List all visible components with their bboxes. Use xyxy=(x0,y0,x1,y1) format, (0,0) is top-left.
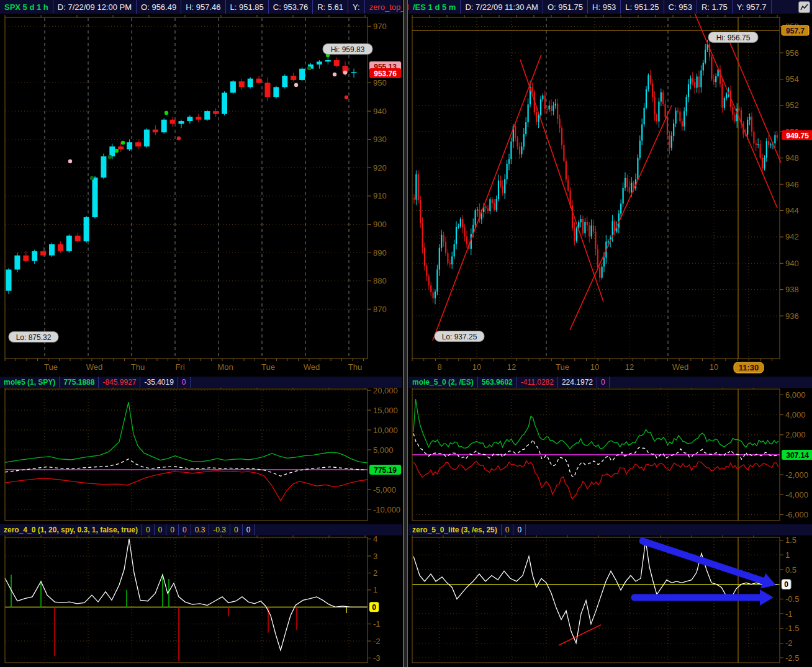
study-value: 224.1972 xyxy=(558,377,597,388)
mole5-y-tick-label: 10,000 xyxy=(373,426,398,435)
mole5-study-header: mole5 (1, SPY)775.1888-845.9927-35.40190 xyxy=(0,377,402,388)
mole5_es-y-tick-label: -4,000 xyxy=(785,490,808,499)
spx-x-tick-label: Mon xyxy=(217,362,233,372)
readout-close: C: 953.76 xyxy=(269,0,313,14)
svg-text:775.19: 775.19 xyxy=(374,466,397,475)
zero5-y-tick-label: -0.5 xyxy=(785,594,799,604)
svg-text:953.76: 953.76 xyxy=(374,69,397,78)
es-x-tick-label: 11:30 xyxy=(739,363,759,372)
study-mole5-es[interactable]: mole_5_0 (2, /ES) xyxy=(408,377,478,388)
zero4-y-tick-label: -3 xyxy=(373,653,381,663)
header-spacer xyxy=(526,524,812,535)
mole5-axis-badge: 775.19 xyxy=(369,465,401,475)
zero4-study-header: zero_4_0 (1, 20, spy, 0.3, 1, false, tru… xyxy=(0,524,402,535)
mole5-axis: 20,00015,00010,0005,000-5,000-10,000 xyxy=(5,386,400,521)
readout-y: Y: 957.7 xyxy=(733,0,772,14)
mole5_es-y-tick-label: 6,000 xyxy=(785,390,806,400)
panel-splitter[interactable] xyxy=(403,0,408,667)
study-value: -35.4019 xyxy=(140,377,178,388)
svg-text:0: 0 xyxy=(784,580,788,589)
zero5-y-tick-label: 0.5 xyxy=(785,565,796,575)
spx-y-tick-label: 890 xyxy=(373,248,387,257)
study-value: 0 xyxy=(513,524,526,535)
spx-axis: 970950940930920910900890880870TueWedThuF… xyxy=(5,15,387,372)
mole5_es-plot-area[interactable] xyxy=(412,389,780,521)
mole5_es-y-tick-label: 2,000 xyxy=(785,430,806,439)
es-plot-area[interactable] xyxy=(412,17,780,359)
study-value: -845.9927 xyxy=(99,377,140,388)
mole5_es-y-tick-label: -2,000 xyxy=(785,470,808,480)
spx-x-tick-label: Tue xyxy=(44,362,58,372)
es-y-tick-label: 946 xyxy=(785,180,799,189)
es-x-tick-label: 10 xyxy=(590,362,599,372)
zero5-lite-study-header: zero_5_0_lite (3, /es, 25)00 xyxy=(408,524,812,535)
mole5-plot-area[interactable] xyxy=(5,389,368,521)
es-x-tick-label: 10 xyxy=(710,362,718,372)
es-x-tick-label: 12 xyxy=(625,362,634,372)
zero4-plot-area[interactable] xyxy=(5,537,368,663)
readout-range: R: 1.75 xyxy=(697,0,733,14)
mole5-y-tick-label: -10,000 xyxy=(373,505,400,514)
readout-low: L: 951.85 xyxy=(226,0,269,14)
study-value: 0 xyxy=(142,524,155,535)
es-x-tick-label: 10 xyxy=(472,362,481,372)
spx-chart-header: SPX 5 d 1 hD: 7/22/09 12:00 PMO: 956.49H… xyxy=(0,0,402,14)
es-axis: 9589569549529509489469449429409389368101… xyxy=(412,15,799,373)
es-y-tick-label: 952 xyxy=(785,101,799,110)
readout-high: H: 953 xyxy=(588,0,621,14)
study-value: 0 xyxy=(243,524,255,535)
study-zero5-lite[interactable]: zero_5_0_lite (3, /es, 25) xyxy=(408,524,502,535)
es-x-tick-label: Tue xyxy=(556,362,569,372)
symbol-es[interactable]: /ES 1 d 5 m xyxy=(408,0,461,14)
readout-high: H: 957.46 xyxy=(181,0,225,14)
readout-date: D: 7/22/09 12:00 PM xyxy=(53,0,137,14)
spx-y-tick-label: 940 xyxy=(373,107,387,116)
es-y-tick-label: 944 xyxy=(785,206,799,215)
study-value: 563.9602 xyxy=(478,377,517,388)
svg-text:949.75: 949.75 xyxy=(786,132,809,140)
spx-plot-area[interactable] xyxy=(5,17,368,359)
symbol-spx[interactable]: SPX 5 d 1 h xyxy=(0,0,53,14)
svg-text:957.7: 957.7 xyxy=(786,27,805,35)
trading-workspace: 970950940930920910900890880870TueWedThuF… xyxy=(0,0,812,667)
spx-y-tick-label: 950 xyxy=(373,78,387,87)
mole5_es-y-tick-label: -6,000 xyxy=(785,510,808,519)
mole5-y-tick-label: 15,000 xyxy=(373,406,398,415)
spx-x-tick-label: Fri xyxy=(175,362,184,372)
chart-style-button[interactable] xyxy=(798,1,810,13)
spx-lo-label: Lo: 875.32 xyxy=(9,332,58,342)
spx-x-tick-label: Tue xyxy=(261,362,275,372)
zero5-plot-area[interactable] xyxy=(412,537,780,663)
readout-y: Y: xyxy=(348,0,365,14)
zero4-y-tick-label: -1 xyxy=(373,619,381,629)
zero4-y-tick-label: -2 xyxy=(373,637,381,646)
study-zero4[interactable]: zero_4_0 (1, 20, spy, 0.3, 1, false, tru… xyxy=(0,524,142,535)
study-value: 0 xyxy=(178,377,191,388)
spx-y-tick-label: 930 xyxy=(373,135,387,144)
study-value: 0 xyxy=(230,524,243,535)
zero5-axis-badge: 0 xyxy=(782,580,791,589)
zero4-y-tick-label: 4 xyxy=(373,534,377,544)
es-chart-header: /ES 1 d 5 mD: 7/22/09 11:30 AMO: 951.75H… xyxy=(408,0,812,14)
spx-y-tick-label: 920 xyxy=(373,163,387,172)
readout-low: L: 951.25 xyxy=(621,0,664,14)
zero5-y-tick-label: 1.5 xyxy=(785,535,796,545)
readout-close: C: 953 xyxy=(664,0,697,14)
study-value: 0 xyxy=(597,377,610,388)
zero5-y-tick-label: -1 xyxy=(785,609,793,619)
study-value: 0 xyxy=(166,524,179,535)
es-x-tick-label: 8 xyxy=(437,362,441,372)
study-value: 0 xyxy=(502,524,514,535)
spx-x-tick-label: Wed xyxy=(86,362,103,372)
es-y-tick-label: 948 xyxy=(785,153,799,163)
study-value: 775.1888 xyxy=(60,377,99,388)
zero5-y-tick-label: -1.5 xyxy=(785,624,799,633)
study-value: 0.3 xyxy=(191,524,210,535)
study-mole5[interactable]: mole5 (1, SPY) xyxy=(0,377,60,388)
es-y-tick-label: 940 xyxy=(785,259,799,268)
svg-text:Lo: 875.32: Lo: 875.32 xyxy=(16,333,52,342)
readout-open: O: 951.75 xyxy=(543,0,588,14)
svg-text:307.14: 307.14 xyxy=(786,451,809,460)
zero5-axis: 1.510.5-0.5-1-1.5-2-2.5 xyxy=(412,535,799,663)
spx-y-tick-label: 900 xyxy=(373,220,387,229)
